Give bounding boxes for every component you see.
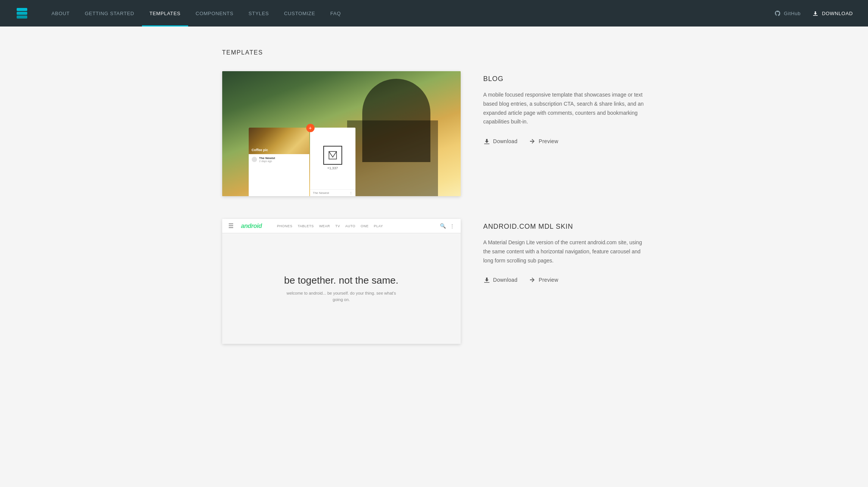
blog-actions: Download Preview xyxy=(483,138,646,145)
android-actions: Download Preview xyxy=(483,276,646,283)
main-content: TEMPLATES Coffee pic xyxy=(207,27,661,389)
blog-card-left: Coffee pic The Newist 2 days ago xyxy=(249,128,309,197)
download-icon xyxy=(812,10,819,17)
blog-background: Coffee pic The Newist 2 days ago xyxy=(222,71,461,196)
blog-card-date: 2 days ago xyxy=(259,160,275,162)
download-icon xyxy=(483,276,490,283)
android-sub-text: welcome to android... be yourself. do yo… xyxy=(285,290,398,303)
android-title: ANDROID.COM MDL SKIN xyxy=(483,223,646,231)
blog-logo-box xyxy=(323,146,342,165)
blog-card-image: Coffee pic xyxy=(249,128,309,154)
blog-title: BLOG xyxy=(483,75,646,83)
android-download-link[interactable]: Download xyxy=(483,276,518,283)
svg-rect-2 xyxy=(17,16,27,19)
blog-plus-button[interactable]: + xyxy=(306,124,315,132)
header-actions: GitHub Download xyxy=(774,10,853,17)
android-nav-one: ONE xyxy=(361,224,369,228)
blog-download-label: Download xyxy=(493,138,518,144)
android-preview-link[interactable]: Preview xyxy=(529,276,558,283)
svg-rect-4 xyxy=(329,151,337,159)
nav-templates[interactable]: TEMPLATES xyxy=(142,0,188,27)
android-hero: be together. not the same. welcome to an… xyxy=(222,233,461,344)
svg-rect-0 xyxy=(17,8,27,11)
svg-rect-3 xyxy=(813,15,818,16)
android-preview-label: Preview xyxy=(539,277,558,283)
nav-styles[interactable]: STYLES xyxy=(241,0,277,27)
template-row-android: ☰ android PHONES TABLETS WEAR TV AUTO ON… xyxy=(222,219,646,344)
android-logo: android xyxy=(241,223,262,229)
blog-preview-image: Coffee pic The Newist 2 days ago xyxy=(222,71,461,196)
hamburger-icon: ☰ xyxy=(228,222,234,229)
download-icon xyxy=(483,138,490,145)
nav-about[interactable]: ABOUT xyxy=(44,0,77,27)
blog-card-meta: The Newist 2 days ago xyxy=(249,154,309,165)
blog-preview-link[interactable]: Preview xyxy=(529,138,558,145)
header-download-label: Download xyxy=(822,11,853,16)
header: ABOUT GETTING STARTED TEMPLATES COMPONEN… xyxy=(0,0,868,27)
blog-count: +1,337 xyxy=(327,166,338,170)
link-icon xyxy=(774,10,781,17)
blog-card-bottom: The Newest ⋮ xyxy=(310,189,355,196)
blog-description: A mobile focused responsive template tha… xyxy=(483,91,646,126)
android-description: A Material Design Lite version of the cu… xyxy=(483,238,646,265)
svg-rect-6 xyxy=(484,282,489,283)
android-nav-wear: WEAR xyxy=(319,224,330,228)
svg-rect-5 xyxy=(484,144,489,144)
android-nav-tablets: TABLETS xyxy=(298,224,314,228)
github-link[interactable]: GitHub xyxy=(774,10,801,17)
android-download-label: Download xyxy=(493,277,518,283)
android-preview-image: ☰ android PHONES TABLETS WEAR TV AUTO ON… xyxy=(222,219,461,344)
header-download-button[interactable]: Download xyxy=(812,10,853,17)
blog-template-info: BLOG A mobile focused responsive templat… xyxy=(483,71,646,145)
more-icon: ⋮ xyxy=(450,223,455,229)
blog-card-label: Coffee pic xyxy=(252,148,268,152)
blog-preview-label: Preview xyxy=(539,138,558,144)
page-title: TEMPLATES xyxy=(222,49,646,56)
nav-faq[interactable]: FAQ xyxy=(323,0,348,27)
svg-rect-1 xyxy=(17,12,27,15)
android-topbar: ☰ android PHONES TABLETS WEAR TV AUTO ON… xyxy=(222,219,461,233)
android-nav-auto: AUTO xyxy=(345,224,355,228)
arrow-right-icon xyxy=(529,138,536,145)
template-row-blog: Coffee pic The Newist 2 days ago xyxy=(222,71,646,196)
blog-download-link[interactable]: Download xyxy=(483,138,518,145)
logo[interactable] xyxy=(15,6,29,20)
arrow-right-icon xyxy=(529,276,536,283)
search-icon: 🔍 xyxy=(440,223,446,229)
android-nav-tv: TV xyxy=(335,224,340,228)
android-preview-content: ☰ android PHONES TABLETS WEAR TV AUTO ON… xyxy=(222,219,461,344)
android-hero-text: be together. not the same. xyxy=(284,275,398,286)
android-nav-links: PHONES TABLETS WEAR TV AUTO ONE PLAY xyxy=(277,224,432,228)
nav-getting-started[interactable]: GETTING STARTED xyxy=(77,0,142,27)
android-nav-icons: 🔍 ⋮ xyxy=(440,223,455,229)
blog-card-right: + +1,337 The Newest ⋮ xyxy=(310,128,355,197)
android-template-info: ANDROID.COM MDL SKIN A Material Design L… xyxy=(483,219,646,283)
nav-customize[interactable]: CUSTOMIZE xyxy=(276,0,323,27)
main-nav: ABOUT GETTING STARTED TEMPLATES COMPONEN… xyxy=(44,0,774,27)
android-nav-phones: PHONES xyxy=(277,224,293,228)
github-label: GitHub xyxy=(784,11,801,16)
nav-components[interactable]: COMPONENTS xyxy=(188,0,241,27)
blog-cards-overlay: Coffee pic The Newist 2 days ago xyxy=(249,128,461,197)
android-nav-play: PLAY xyxy=(374,224,383,228)
blog-card-title: The Newist xyxy=(259,156,275,160)
